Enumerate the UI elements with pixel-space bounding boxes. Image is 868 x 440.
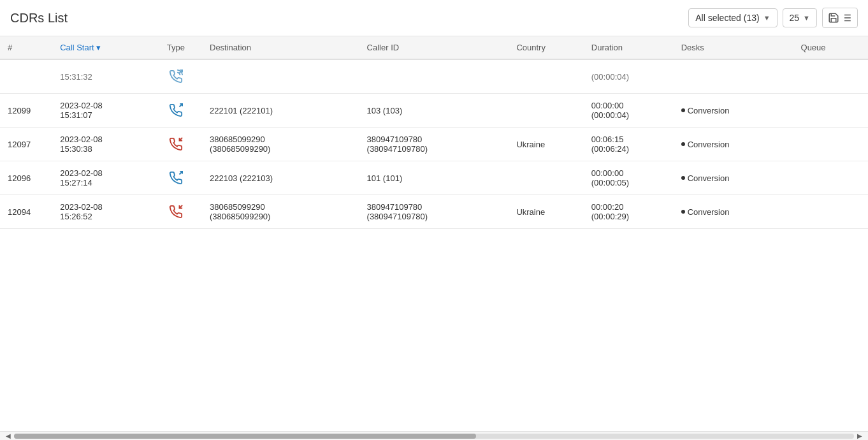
table-row: 15:31:32	[0, 59, 868, 94]
all-selected-label: All selected (13)	[695, 13, 759, 23]
cell-queue	[793, 94, 868, 128]
cell-queue	[793, 59, 868, 94]
cell-caller-id: 103 (103)	[359, 94, 509, 128]
col-header-type: Type	[150, 36, 202, 59]
desk-bullet	[681, 210, 685, 214]
desk-bullet	[681, 108, 685, 112]
desk-label: Conversion	[688, 173, 730, 183]
scroll-thumb[interactable]	[14, 434, 476, 439]
cell-country	[509, 161, 583, 195]
chevron-down-icon: ▼	[803, 14, 810, 22]
cell-desks: Conversion	[674, 195, 793, 229]
outgoing-call-icon	[166, 168, 186, 188]
desk-bullet	[681, 176, 685, 180]
desk-bullet	[681, 142, 685, 146]
per-page-dropdown[interactable]: 25 ▼	[783, 8, 817, 27]
desk-label: Conversion	[688, 140, 730, 149]
cell-duration: 00:00:00 (00:00:05)	[584, 161, 674, 195]
cell-country: Ukraine	[509, 128, 583, 161]
page-wrapper: CDRs List All selected (13) ▼ 25 ▼	[0, 0, 868, 440]
cell-id: 12094	[0, 195, 52, 229]
col-header-duration: Duration	[584, 36, 674, 59]
header-controls: All selected (13) ▼ 25 ▼	[688, 8, 858, 28]
col-header-destination: Destination	[202, 36, 359, 59]
cell-destination: 380685099290(380685099290)	[202, 128, 359, 161]
per-page-label: 25	[790, 13, 800, 23]
outgoing-call-icon	[166, 100, 186, 121]
cell-desks: Conversion	[674, 128, 793, 161]
save-sort-button[interactable]	[822, 8, 858, 28]
cell-country: Ukraine	[509, 195, 583, 229]
table-row: 12099 2023-02-08 15:31:07 222101 (222101…	[0, 94, 868, 128]
horizontal-scrollbar[interactable]: ◀ ▶	[0, 431, 868, 440]
desk-item: Conversion	[681, 207, 786, 217]
cell-caller-id	[359, 59, 509, 94]
save-icon	[828, 12, 839, 24]
col-header-queue: Queue	[793, 36, 868, 59]
outgoing-call-icon	[166, 66, 186, 87]
cell-queue	[793, 195, 868, 229]
chevron-down-icon: ▼	[763, 14, 770, 22]
cell-desks: Conversion	[674, 94, 793, 128]
col-header-desks: Desks	[674, 36, 793, 59]
cell-call-start: 2023-02-08 15:27:14	[52, 161, 150, 195]
cell-duration: 00:00:00 (00:00:04)	[584, 94, 674, 128]
desk-item: Conversion	[681, 106, 786, 115]
sort-icon	[841, 12, 852, 24]
cell-id: 12097	[0, 128, 52, 161]
table-row: 12094 2023-02-08 15:26:52 380685099290(3…	[0, 195, 868, 229]
cell-caller-id: 380947109780(380947109780)	[359, 128, 509, 161]
cell-caller-id: 101 (101)	[359, 161, 509, 195]
col-header-caller-id: Caller ID	[359, 36, 509, 59]
page-header: CDRs List All selected (13) ▼ 25 ▼	[0, 0, 868, 36]
cell-destination: 222101 (222101)	[202, 94, 359, 128]
cell-queue	[793, 128, 868, 161]
col-header-country: Country	[509, 36, 583, 59]
col-header-call-start[interactable]: Call Start ▾	[52, 36, 150, 59]
cell-call-start: 2023-02-08 15:31:07	[52, 94, 150, 128]
cell-id	[0, 59, 52, 94]
desk-item: Conversion	[681, 140, 786, 149]
cell-destination	[202, 59, 359, 94]
cell-call-start: 2023-02-08 15:30:38	[52, 128, 150, 161]
scroll-track[interactable]	[14, 434, 854, 439]
cell-destination: 222103 (222103)	[202, 161, 359, 195]
cell-duration: (00:00:04)	[584, 59, 674, 94]
cell-type	[150, 128, 202, 161]
table-row: 12096 2023-02-08 15:27:14 222103 (222103…	[0, 161, 868, 195]
cell-duration: 00:06:15 (00:06:24)	[584, 128, 674, 161]
all-selected-dropdown[interactable]: All selected (13) ▼	[688, 8, 777, 27]
cell-type	[150, 195, 202, 229]
table-row: 12097 2023-02-08 15:30:38 380685099290(3…	[0, 128, 868, 161]
cell-type	[150, 59, 202, 94]
page-title: CDRs List	[10, 11, 68, 26]
cell-desks: Conversion	[674, 161, 793, 195]
incoming-call-icon	[166, 202, 186, 222]
cell-type	[150, 94, 202, 128]
scroll-left-arrow[interactable]: ◀	[3, 432, 14, 441]
cell-call-start: 15:31:32	[52, 59, 150, 94]
cell-id: 12096	[0, 161, 52, 195]
cell-country	[509, 59, 583, 94]
desk-item: Conversion	[681, 173, 786, 183]
cell-call-start: 2023-02-08 15:26:52	[52, 195, 150, 229]
cell-duration: 00:00:20 (00:00:29)	[584, 195, 674, 229]
desk-label: Conversion	[688, 207, 730, 217]
cell-queue	[793, 161, 868, 195]
cell-type	[150, 161, 202, 195]
cdrs-table: # Call Start ▾ Type Destination Caller I…	[0, 36, 868, 229]
incoming-call-icon	[166, 134, 186, 154]
cell-id: 12099	[0, 94, 52, 128]
table-header-row: # Call Start ▾ Type Destination Caller I…	[0, 36, 868, 59]
desk-label: Conversion	[688, 106, 730, 115]
cell-country	[509, 94, 583, 128]
scroll-right-arrow[interactable]: ▶	[854, 432, 865, 441]
cell-destination: 380685099290(380685099290)	[202, 195, 359, 229]
cell-caller-id: 380947109780(380947109780)	[359, 195, 509, 229]
table-container: # Call Start ▾ Type Destination Caller I…	[0, 36, 868, 431]
col-header-num: #	[0, 36, 52, 59]
cell-desks	[674, 59, 793, 94]
